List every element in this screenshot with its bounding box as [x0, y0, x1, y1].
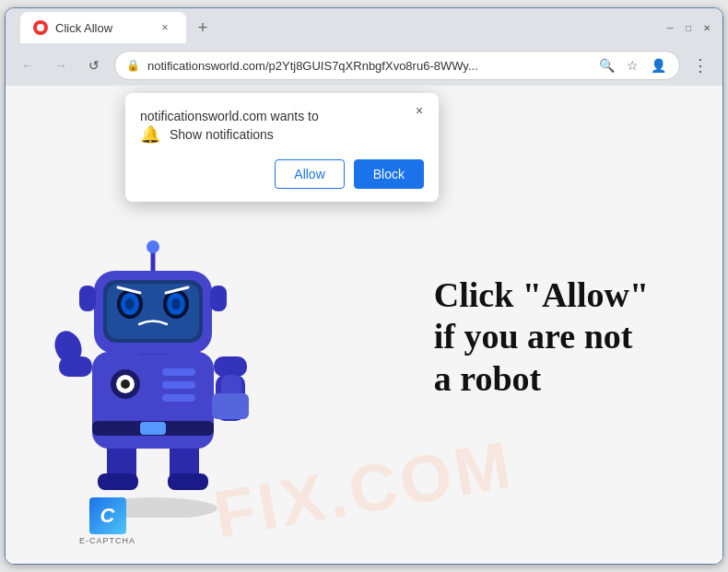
title-bar: Click Allow × + ─ □ ✕: [6, 8, 722, 47]
lock-icon: 🔒: [126, 59, 140, 72]
svg-point-21: [125, 298, 135, 309]
popup-buttons: Allow Block: [140, 159, 424, 189]
svg-point-30: [147, 240, 159, 253]
active-tab[interactable]: Click Allow ×: [20, 12, 186, 43]
robot-image: [52, 232, 264, 527]
address-bar[interactable]: 🔒 notificationsworld.com/p2Ytj8GUIS7qXRn…: [114, 51, 680, 80]
bookmark-icon[interactable]: ☆: [622, 55, 642, 76]
chrome-menu-icon[interactable]: ⋮: [687, 53, 713, 78]
message-line3: a robot: [434, 358, 649, 401]
svg-rect-36: [162, 394, 195, 402]
page-background: FIX.COM: [6, 86, 722, 564]
popup-permission-row: 🔔 Show notifications: [140, 124, 424, 145]
svg-rect-8: [140, 422, 166, 435]
address-bar-row: ← → ↺ 🔒 notificationsworld.com/p2Ytj8GUI…: [6, 47, 722, 86]
forward-button[interactable]: →: [48, 53, 74, 78]
svg-rect-28: [210, 286, 227, 311]
browser-window: Click Allow × + ─ □ ✕ ← → ↺ 🔒 notificati…: [5, 7, 723, 565]
ecaptcha-logo: C: [89, 497, 126, 534]
popup-close-button[interactable]: ×: [409, 100, 429, 121]
allow-button[interactable]: Allow: [275, 159, 344, 189]
ecaptcha-logo-area: C E-CAPTCHA: [79, 497, 135, 545]
svg-rect-35: [162, 381, 195, 389]
message-line1: Click "Allow": [434, 274, 649, 317]
ecaptcha-label: E-CAPTCHA: [79, 536, 135, 545]
message-line2: if you are not: [434, 316, 649, 358]
permission-label: Show notifications: [170, 127, 274, 142]
url-text: notificationsworld.com/p2Ytj8GUIS7qXRnbg…: [147, 59, 589, 73]
window-controls: ─ □ ✕: [663, 21, 713, 34]
permission-popup: notificationsworld.com wants to × 🔔 Show…: [125, 93, 439, 202]
tab-favicon: [33, 20, 48, 35]
reload-button[interactable]: ↺: [81, 53, 107, 78]
profile-icon[interactable]: 👤: [648, 55, 668, 76]
tab-area: Click Allow × +: [20, 12, 658, 43]
svg-rect-34: [162, 368, 195, 376]
svg-point-24: [171, 298, 181, 309]
svg-rect-4: [98, 473, 138, 490]
minimize-button[interactable]: ─: [663, 21, 676, 34]
svg-rect-5: [168, 473, 208, 490]
maximize-button[interactable]: □: [682, 21, 695, 34]
tab-title: Click Allow: [55, 21, 149, 35]
svg-point-0: [37, 24, 44, 31]
svg-rect-14: [212, 393, 249, 419]
back-button[interactable]: ←: [15, 53, 41, 78]
new-tab-button[interactable]: +: [190, 15, 216, 41]
page-content: FIX.COM: [6, 86, 722, 564]
address-icon-group: 🔍 ☆ 👤: [596, 55, 668, 76]
svg-rect-27: [79, 286, 96, 311]
block-button[interactable]: Block: [354, 159, 424, 189]
popup-title: notificationsworld.com wants to: [140, 109, 341, 123]
tab-close-button[interactable]: ×: [157, 19, 173, 36]
close-window-button[interactable]: ✕: [700, 21, 713, 34]
svg-rect-10: [214, 356, 247, 377]
svg-point-33: [121, 379, 130, 389]
bell-icon: 🔔: [140, 124, 160, 145]
search-icon[interactable]: 🔍: [596, 55, 616, 76]
page-message: Click "Allow" if you are not a robot: [434, 274, 649, 401]
